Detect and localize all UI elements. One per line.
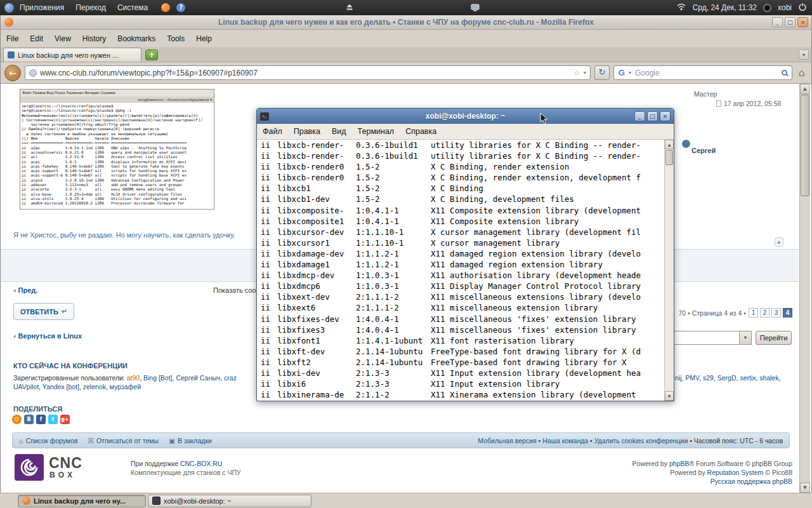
link[interactable]: Наша команда xyxy=(542,437,588,444)
firefox-menu-item[interactable]: History xyxy=(77,34,112,43)
scroll-down-icon[interactable]: ▼ xyxy=(800,483,810,493)
share-icon[interactable]: ☺ xyxy=(12,415,22,424)
firefox-menu-item[interactable]: Bookmarks xyxy=(112,34,161,43)
panel-menu-item[interactable]: Система xyxy=(112,0,154,15)
window-control-button[interactable]: □ xyxy=(647,111,658,121)
return-to-forum-link[interactable]: ‹ Вернуться в Linux xyxy=(13,332,82,340)
url-text[interactable]: www.cnc-club.ru/forum/viewtopic.php?f=15… xyxy=(40,69,570,77)
wifi-icon[interactable] xyxy=(676,3,686,13)
scroll-up-icon[interactable]: ▲ xyxy=(800,84,810,94)
page-number-button[interactable]: 2 xyxy=(760,308,769,318)
link[interactable]: zelenok xyxy=(83,383,106,391)
power-icon[interactable] xyxy=(798,3,807,13)
browser-tab[interactable]: Linux backup для чего нужен ... xyxy=(3,48,141,62)
author-name[interactable]: Сергей xyxy=(691,147,716,154)
share-icon[interactable]: g+ xyxy=(60,415,70,424)
select-dropdown-icon[interactable]: ▾ xyxy=(739,331,751,344)
url-dropdown-icon[interactable]: ▾ xyxy=(584,70,586,76)
post-attached-screenshot[interactable]: Файл Правка Вид Поиск Терминал Вкладки С… xyxy=(20,89,214,210)
link[interactable]: Русская поддержка phpBB xyxy=(710,478,792,485)
terminal-menu-item[interactable]: Справка xyxy=(400,127,442,136)
link[interactable]: Reputation System xyxy=(707,469,764,476)
link[interactable]: PMV xyxy=(685,374,699,382)
page-number-button[interactable]: 1 xyxy=(749,308,758,318)
link[interactable]: CNC-BOX.RU xyxy=(180,460,223,467)
link[interactable]: sertix xyxy=(740,374,756,382)
bookmark-star-icon[interactable]: ☆ xyxy=(573,69,580,77)
back-button[interactable]: ← xyxy=(4,65,21,81)
window-control-button[interactable]: × xyxy=(660,111,671,121)
share-icon[interactable]: t xyxy=(48,415,58,424)
terminal-menu-item[interactable]: Вид xyxy=(326,127,352,136)
search-text[interactable]: Google xyxy=(635,69,660,77)
firefox-launcher-icon[interactable] xyxy=(161,3,170,12)
link[interactable]: Сергей Саныч xyxy=(176,374,220,382)
firefox-menu-item[interactable]: Help xyxy=(190,34,218,43)
terminal-scrollbar[interactable]: ▲ ▼ xyxy=(664,140,674,401)
firefox-menu-item[interactable]: View xyxy=(49,34,77,43)
display-tray-icon[interactable] xyxy=(471,4,480,13)
link[interactable]: мурзафей xyxy=(110,383,141,391)
link[interactable]: Bing [Bot] xyxy=(143,374,173,382)
link[interactable]: Yandex [bot] xyxy=(43,383,79,391)
help-launcher-icon[interactable]: ? xyxy=(176,3,185,12)
share-icon[interactable]: В xyxy=(24,415,34,424)
url-bar[interactable]: www.cnc-club.ru/forum/viewtopic.php?f=15… xyxy=(25,65,591,80)
link[interactable]: Удалить cookies конференции xyxy=(594,437,688,444)
firefox-menu-item[interactable]: File xyxy=(1,34,24,43)
home-button[interactable]: ⌂ xyxy=(796,67,808,79)
firefox-menu-item[interactable]: Tools xyxy=(161,34,190,43)
share-icon[interactable]: f xyxy=(36,415,46,424)
link[interactable]: s29 xyxy=(703,374,714,382)
eject-tray-icon[interactable] xyxy=(346,3,353,13)
scroll-down-icon[interactable]: ▼ xyxy=(665,391,674,401)
goto-button[interactable]: Перейти xyxy=(756,331,792,345)
search-icon[interactable] xyxy=(782,70,787,76)
footer-link[interactable]: ⌂ Список форумов xyxy=(19,437,78,444)
link[interactable]: shalek xyxy=(759,374,778,382)
cnc-box-logo[interactable] xyxy=(15,454,44,481)
firefox-menu-item[interactable]: Edit xyxy=(24,34,49,43)
link[interactable]: phpBB xyxy=(669,460,690,467)
reply-button[interactable]: ОТВЕТИТЬ ↵ xyxy=(13,303,74,320)
user-menu[interactable]: xobi xyxy=(778,3,792,12)
terminal-menu-item[interactable]: Терминал xyxy=(352,127,400,136)
page-number-button[interactable]: 3 xyxy=(771,308,781,318)
previous-page-link[interactable]: ‹ Пред. xyxy=(13,286,37,295)
distro-logo-icon[interactable] xyxy=(4,3,14,13)
search-engine-dropdown-icon[interactable]: ▾ xyxy=(629,70,631,76)
panel-menu-item[interactable]: Приложения xyxy=(14,0,70,15)
window-control-button[interactable]: × xyxy=(797,17,808,27)
window-control-button[interactable]: _ xyxy=(772,17,783,27)
tab-list-dropdown-icon[interactable]: ▾ xyxy=(799,50,809,60)
window-control-button[interactable]: _ xyxy=(634,111,645,121)
terminal-output[interactable]: ii libxcb-render- 0.3.6-1build1 utility … xyxy=(257,140,674,401)
scrollbar-thumb[interactable] xyxy=(801,95,809,196)
link[interactable]: craz xyxy=(224,374,237,382)
google-logo-icon[interactable]: G xyxy=(619,68,625,77)
page-number-button[interactable]: 4 xyxy=(783,308,792,318)
link[interactable]: at90 xyxy=(127,374,140,382)
footer-link[interactable]: ☒ Отписаться от темы xyxy=(88,437,159,444)
profile-icon[interactable] xyxy=(682,140,690,148)
scroll-up-icon[interactable]: ▲ xyxy=(665,140,674,149)
firefox-titlebar[interactable]: Linux backup для чего нужен и как его де… xyxy=(1,15,811,30)
scrollbar-thumb[interactable] xyxy=(665,150,673,165)
link[interactable]: nij xyxy=(675,374,682,382)
terminal-menu-item[interactable]: Файл xyxy=(257,127,288,136)
terminal-menu-item[interactable]: Правка xyxy=(288,127,326,136)
taskbar-button-terminal[interactable]: xobi@xobi-desktop: ~ xyxy=(148,495,311,507)
panel-menu-item[interactable]: Переход xyxy=(70,0,112,15)
panel-clock[interactable]: Срд, 24 Дек, 11:32 xyxy=(693,3,757,12)
taskbar-button-firefox[interactable]: Linux backup для чего ну... xyxy=(18,495,146,507)
reload-button[interactable]: ↻ xyxy=(594,65,610,80)
terminal-titlebar[interactable]: >_ xobi@xobi-desktop: ~ _□× xyxy=(257,109,674,124)
link[interactable]: SergD xyxy=(717,374,737,382)
window-control-button[interactable]: □ xyxy=(785,17,796,27)
link[interactable]: UAVpilot xyxy=(13,383,39,391)
footer-link[interactable]: ▣ В закладки xyxy=(169,437,212,444)
new-tab-button[interactable]: + xyxy=(145,50,158,60)
search-bar[interactable]: G ▾ Google xyxy=(613,65,792,80)
link[interactable]: Мобильная версия xyxy=(478,437,536,444)
page-scrollbar[interactable]: ▲ ▼ xyxy=(799,84,810,493)
